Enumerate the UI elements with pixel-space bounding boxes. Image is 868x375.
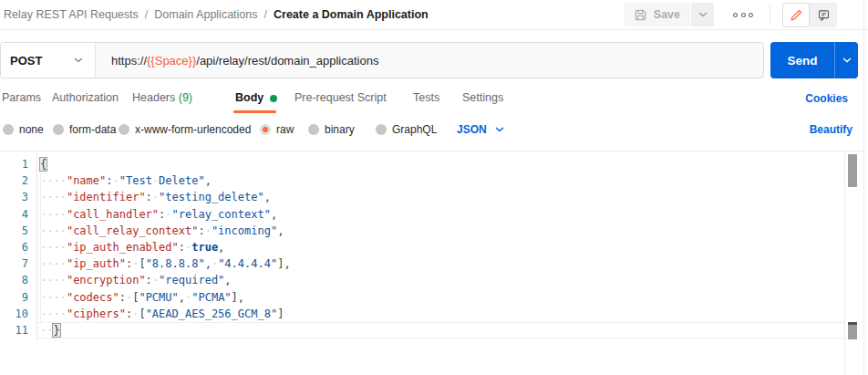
line-number: 5 — [0, 223, 36, 239]
radio-icon — [376, 124, 387, 135]
chevron-down-icon — [698, 12, 708, 17]
breadcrumb-request-title[interactable]: Create a Domain Application — [274, 8, 429, 21]
method-select[interactable]: POST — [1, 43, 96, 78]
tab-label: Authorization — [52, 91, 119, 104]
body-mode-none[interactable]: none — [3, 123, 44, 136]
code-line[interactable]: 5····"call_relay_context":·"incoming", — [0, 223, 863, 239]
radio-icon — [308, 124, 319, 135]
code-line[interactable]: 9····"codecs":·["PCMU",·"PCMA"], — [0, 289, 863, 306]
tab-tests[interactable]: Tests — [413, 91, 439, 104]
body-modified-dot — [270, 95, 277, 102]
line-number: 10 — [0, 306, 36, 322]
request-tabs: Params Authorization Headers (9) Body Pr… — [0, 84, 868, 115]
more-dots-icon — [741, 13, 746, 17]
top-actions: Save — [624, 3, 837, 27]
send-button[interactable]: Send — [770, 42, 834, 78]
url-bar: POST https://{{Space}}/api/relay/rest/do… — [0, 42, 764, 78]
more-dots-icon — [733, 13, 738, 17]
code-text: ····"ciphers":·["AEAD_AES_256_GCM_8"] — [36, 306, 284, 322]
save-button[interactable]: Save — [624, 3, 690, 26]
pane-right-border — [863, 0, 864, 375]
language-select[interactable]: JSON — [457, 123, 504, 136]
line-number: 6 — [0, 239, 36, 255]
tab-settings[interactable]: Settings — [462, 91, 503, 104]
code-text: ····"call_handler":·"relay_context", — [36, 206, 277, 223]
url-variable: {{Space}} — [147, 54, 196, 68]
line-number: 11 — [0, 322, 36, 339]
tab-authorization[interactable]: Authorization — [52, 91, 119, 104]
body-mode-form-data[interactable]: form-data — [53, 123, 116, 136]
body-code-editor[interactable]: 1{2····"name":·"Test·Delete",3····"ident… — [0, 151, 863, 375]
comments-button[interactable] — [810, 3, 837, 27]
mode-label: GraphQL — [392, 123, 437, 136]
comment-icon — [817, 8, 831, 22]
breadcrumb-folder[interactable]: Domain Applications — [154, 8, 257, 21]
code-line[interactable]: 2····"name":·"Test·Delete", — [0, 172, 863, 189]
tab-body[interactable]: Body — [235, 91, 277, 104]
code-line[interactable]: 7····"ip_auth":·["8.8.8.8",·"4.4.4.4"], — [0, 255, 863, 272]
body-mode-graphql[interactable]: GraphQL — [376, 123, 437, 136]
breadcrumb-collection[interactable]: Relay REST API Requests — [4, 8, 139, 21]
body-mode-row: none form-data x-www-form-urlencoded raw… — [0, 117, 868, 148]
send-button-group: Send — [770, 42, 858, 78]
code-line[interactable]: 6····"ip_auth_enabled":·true, — [0, 239, 863, 255]
tab-label: Params — [2, 91, 41, 104]
code-text: ····"ip_auth":·["8.8.8.8",·"4.4.4.4"], — [36, 255, 291, 272]
radio-icon — [53, 124, 64, 135]
toolbar-divider — [770, 5, 770, 25]
code-line[interactable]: 10····"ciphers":·["AEAD_AES_256_GCM_8"] — [0, 306, 863, 322]
top-bar: Relay REST API Requests / Domain Applica… — [0, 0, 868, 30]
url-prefix: https:// — [111, 54, 147, 68]
code-text: ··} — [36, 322, 60, 339]
tab-label: Headers — [132, 91, 175, 104]
language-label: JSON — [457, 123, 487, 136]
code-line[interactable]: 3····"identifier":·"testing_delete", — [0, 189, 863, 205]
send-options-chevron-button[interactable] — [834, 42, 858, 78]
cookies-link[interactable]: Cookies — [805, 92, 848, 105]
code-text: ····"name":·"Test·Delete", — [36, 172, 212, 189]
save-button-group: Save — [624, 3, 714, 26]
url-path: /api/relay/rest/domain_applications — [196, 54, 378, 68]
radio-icon — [119, 124, 129, 135]
edit-documentation-button[interactable] — [782, 3, 810, 27]
save-button-label: Save — [654, 8, 680, 21]
beautify-link[interactable]: Beautify — [810, 123, 852, 136]
headers-count-badge: (9) — [179, 91, 192, 104]
documentation-comments-toggle — [782, 3, 837, 27]
body-mode-raw[interactable]: raw — [260, 123, 294, 136]
tab-label: Pre-request Script — [294, 91, 387, 104]
code-line[interactable]: 8····"encryption":·"required", — [0, 272, 863, 288]
breadcrumb-separator: / — [145, 8, 148, 21]
save-icon — [634, 8, 647, 22]
line-number: 9 — [0, 289, 36, 306]
line-number: 1 — [0, 156, 36, 172]
breadcrumb-separator: / — [264, 8, 267, 21]
line-number: 4 — [0, 206, 36, 223]
url-input[interactable]: https://{{Space}}/api/relay/rest/domain_… — [96, 43, 763, 78]
chevron-down-icon — [74, 57, 83, 63]
tab-headers[interactable]: Headers (9) — [132, 91, 192, 104]
breadcrumb: Relay REST API Requests / Domain Applica… — [4, 8, 429, 21]
code-text: ····"codecs":·["PCMU",·"PCMA"], — [36, 289, 244, 306]
tab-pre-request-script[interactable]: Pre-request Script — [294, 91, 387, 104]
more-actions-button[interactable] — [728, 3, 758, 26]
body-mode-x-www-form-urlencoded[interactable]: x-www-form-urlencoded — [119, 123, 251, 136]
code-area: 1{2····"name":·"Test·Delete",3····"ident… — [0, 151, 863, 339]
mode-label: binary — [325, 123, 355, 136]
chevron-down-icon — [842, 57, 852, 63]
code-text: ····"identifier":·"testing_delete", — [36, 189, 271, 205]
radio-icon — [3, 124, 14, 135]
mode-label: form-data — [69, 123, 116, 136]
tab-label: Tests — [413, 91, 439, 104]
tab-params[interactable]: Params — [2, 91, 41, 104]
chevron-down-icon — [495, 127, 504, 132]
active-tab-underline — [233, 110, 276, 113]
line-number: 2 — [0, 172, 36, 189]
code-line[interactable]: 1{ — [0, 156, 863, 172]
code-text: ····"call_relay_context":·"incoming", — [36, 223, 284, 239]
code-line[interactable]: 11··} — [0, 322, 863, 339]
code-line[interactable]: 4····"call_handler":·"relay_context", — [0, 206, 863, 223]
body-mode-binary[interactable]: binary — [308, 123, 355, 136]
mode-label: none — [19, 123, 44, 136]
save-options-chevron-button[interactable] — [691, 3, 714, 26]
